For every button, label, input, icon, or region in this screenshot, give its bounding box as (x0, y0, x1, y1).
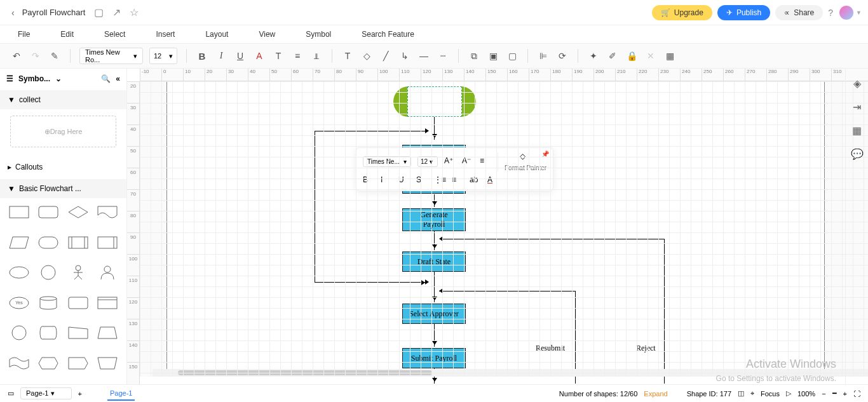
floating-toolbar[interactable]: 📌 Times Ne... ▾ 12 ▾ A⁺ A⁻ ≡ ◇ Format Pa… (356, 147, 553, 191)
shape-diamond[interactable] (65, 203, 91, 221)
shape-doc[interactable] (95, 203, 120, 221)
connector[interactable] (434, 272, 435, 302)
upgrade-button[interactable]: 🛒 Upgrade (652, 5, 712, 20)
float-list-icon[interactable]: ⋮≡ (434, 175, 445, 187)
target-icon[interactable]: ⌖ (750, 389, 754, 398)
save-icon[interactable]: ▢ (94, 6, 104, 18)
add-page-icon[interactable]: + (78, 390, 82, 398)
page-tab[interactable]: Page-1 (107, 387, 135, 401)
horizontal-scrollbar[interactable] (153, 369, 868, 377)
dash-style-icon[interactable]: ┄ (437, 50, 449, 62)
fullscreen-icon[interactable]: ⛶ (853, 390, 860, 398)
arrange-icon[interactable]: ⧉ (468, 50, 480, 62)
zoom-in-icon[interactable]: + (843, 390, 847, 398)
fill-icon[interactable]: ◇ (360, 50, 373, 62)
connector[interactable] (434, 117, 435, 140)
zoom-out-icon[interactable]: − (822, 390, 825, 398)
ungroup-icon[interactable]: ▢ (506, 50, 519, 62)
menu-search[interactable]: Search Feature (362, 30, 414, 39)
float-font-select[interactable]: Times Ne... ▾ (363, 156, 411, 167)
shape-circle[interactable] (36, 264, 61, 281)
connector[interactable] (439, 291, 575, 291)
shape-rect[interactable] (6, 203, 32, 221)
collapse-icon[interactable]: « (116, 74, 120, 83)
float-bullet-icon[interactable]: ≡ (452, 175, 463, 187)
page-select[interactable]: Page-1 ▾ (20, 387, 72, 399)
avatar[interactable] (839, 6, 853, 20)
bold-icon[interactable]: B (196, 50, 208, 62)
pages-icon[interactable]: ▭ (8, 389, 14, 398)
shape-circle2[interactable] (6, 324, 32, 342)
node-submit[interactable]: Submit Payroll (402, 348, 466, 368)
menu-insert[interactable]: Insert (156, 30, 175, 39)
publish-button[interactable]: ✈ Publish (717, 5, 770, 20)
paint-icon[interactable]: ✎ (48, 50, 61, 62)
connector[interactable] (434, 231, 435, 250)
canvas[interactable]: Generate Payroll Draft State Select Appr… (140, 81, 868, 377)
float-italic-icon[interactable]: I (381, 175, 392, 187)
spacing-icon[interactable]: ⫫ (310, 50, 323, 62)
float-bold-icon[interactable]: B (363, 175, 374, 187)
play-icon[interactable]: ▷ (786, 389, 791, 398)
redo-icon[interactable]: ↷ (29, 50, 42, 62)
font-increase-icon[interactable]: A⁺ (444, 156, 456, 168)
float-underline-icon[interactable]: U (398, 175, 410, 187)
shape-ellipse[interactable] (6, 264, 32, 281)
label-reject[interactable]: Reject (636, 344, 656, 353)
zoom-level[interactable]: 100% (797, 390, 815, 398)
italic-icon[interactable]: I (215, 50, 227, 62)
expand-link[interactable]: Expand (644, 390, 667, 398)
share-button[interactable]: ∝ Share (775, 5, 823, 20)
menu-edit[interactable]: Edit (60, 30, 74, 39)
diamond-icon[interactable]: ◈ (853, 77, 861, 90)
float-color-icon[interactable]: A (487, 175, 499, 187)
search-icon[interactable]: 🔍 (101, 74, 111, 83)
shape-user[interactable] (95, 264, 120, 281)
shape-card[interactable] (95, 294, 120, 312)
connector[interactable] (434, 194, 435, 207)
font-decrease-icon[interactable]: A⁻ (462, 156, 473, 168)
lock-icon[interactable]: 🔒 (625, 50, 638, 62)
connector[interactable] (664, 239, 665, 384)
import-icon[interactable]: ⇥ (853, 101, 861, 113)
shape-terminator[interactable] (36, 234, 61, 251)
comment-icon[interactable]: 💬 (851, 148, 864, 160)
menu-file[interactable]: File (18, 30, 30, 39)
help-icon[interactable]: ? (828, 8, 833, 18)
sidebar-cat-callouts[interactable]: ▸ Callouts (0, 157, 126, 177)
edit-icon[interactable]: ✐ (606, 50, 619, 62)
group-icon[interactable]: ▣ (487, 50, 499, 62)
menu-layout[interactable]: Layout (205, 30, 228, 39)
connector-icon[interactable]: ↳ (398, 50, 411, 62)
tools-icon[interactable]: ✕ (644, 50, 657, 62)
connector[interactable] (315, 131, 427, 131)
float-size-select[interactable]: 12 ▾ (417, 156, 438, 167)
shape-actor[interactable] (65, 264, 91, 281)
shape-manual[interactable] (65, 324, 91, 342)
node-draft[interactable]: Draft State (402, 251, 466, 272)
focus-label[interactable]: Focus (761, 390, 780, 398)
table-icon[interactable]: ▦ (663, 50, 676, 62)
shape-display[interactable] (65, 294, 91, 312)
label-resubmit[interactable]: Resubmit (536, 344, 565, 353)
shape-trap[interactable] (95, 324, 120, 342)
star-icon[interactable]: ☆ (130, 6, 139, 18)
line-style-icon[interactable]: — (417, 50, 430, 62)
avatar-caret-icon[interactable]: ▼ (856, 10, 862, 16)
zoom-slider[interactable]: ━ (832, 389, 837, 398)
drag-here[interactable]: ⊕ Drag Here (10, 116, 116, 147)
sidebar-cat-collect[interactable]: ▼ collect (0, 90, 126, 109)
shape-para[interactable] (6, 234, 32, 251)
back-button[interactable]: ‹ (6, 8, 20, 18)
node-start[interactable] (401, 86, 468, 117)
menu-view[interactable]: View (259, 30, 275, 39)
float-align-icon[interactable]: ≡ (480, 156, 491, 168)
font-select[interactable]: Times New Ro...▾ (79, 48, 143, 64)
shape-data[interactable] (95, 234, 120, 251)
ai-icon[interactable]: ✦ (587, 50, 600, 62)
shape-rounded[interactable] (36, 203, 61, 221)
shape-cylinder[interactable] (36, 294, 61, 312)
text-tool-icon[interactable]: T (341, 50, 354, 62)
menu-select[interactable]: Select (104, 30, 125, 39)
connector[interactable] (434, 324, 435, 347)
